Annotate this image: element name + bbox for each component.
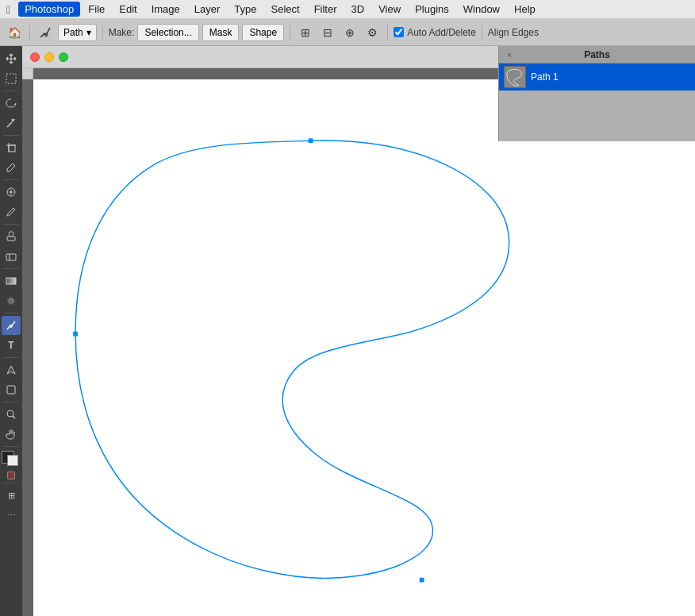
more-tools-btn[interactable]: ⋯	[2, 506, 21, 525]
toolbar-separator-4	[387, 25, 388, 40]
canvas-document[interactable]	[33, 79, 695, 616]
selection-button[interactable]: Selection...	[137, 24, 198, 41]
window-maximize-btn[interactable]	[59, 52, 68, 62]
marquee-tool-btn[interactable]	[2, 69, 21, 88]
heal-tool-btn[interactable]	[2, 183, 21, 202]
anchor-left[interactable]	[73, 332, 78, 337]
menu-window[interactable]: Window	[457, 2, 506, 17]
menu-filter[interactable]: Filter	[308, 2, 344, 17]
path-svg	[33, 79, 695, 616]
align-left-icon[interactable]: ⊟	[318, 23, 337, 42]
svg-point-20	[7, 410, 13, 417]
tool-sep-9	[3, 446, 19, 447]
menu-type[interactable]: Type	[228, 2, 263, 17]
align-edges-label: Align Edges	[488, 27, 539, 38]
shape-button[interactable]: Shape	[242, 24, 284, 41]
menu-help[interactable]: Help	[508, 2, 542, 17]
distribute-icon[interactable]: ⊕	[340, 23, 359, 42]
tool-sep-3	[3, 179, 19, 180]
zoom-tool-btn[interactable]	[2, 405, 21, 424]
svg-rect-19	[7, 386, 15, 394]
svg-rect-13	[6, 254, 16, 260]
menu-photoshop[interactable]: Photoshop	[18, 2, 80, 17]
path-name-0: Path 1	[531, 71, 559, 83]
apple-menu[interactable]: 	[6, 3, 10, 16]
menu-edit[interactable]: Edit	[113, 2, 143, 17]
pen-tool-icon[interactable]	[36, 23, 55, 42]
canvas-area: Untitled-1 @ 100 150 200 250 300 350 400…	[22, 46, 695, 616]
screen-mode-btn[interactable]: ⊞	[2, 486, 21, 505]
tools-panel: T ⊞ ⋯	[0, 46, 22, 616]
window-close-btn[interactable]	[30, 52, 40, 62]
anchor-bottom[interactable]	[420, 578, 424, 583]
main-area: T ⊞ ⋯	[0, 46, 695, 616]
toolbar-separator-1	[29, 25, 30, 40]
toolbar-separator-3	[290, 25, 290, 40]
svg-rect-12	[7, 237, 15, 241]
hand-tool-btn[interactable]	[2, 425, 21, 444]
magic-wand-btn[interactable]	[2, 114, 21, 133]
tool-sep-6	[3, 313, 19, 314]
shape-tool-btn[interactable]	[2, 380, 21, 399]
svg-point-17	[10, 299, 13, 302]
svg-point-18	[10, 325, 13, 328]
svg-line-21	[13, 416, 15, 418]
tool-sep-10	[3, 483, 19, 483]
toolbar: 🏠 Path ▾ Make: Selection... Mask Shape ⊞…	[0, 19, 695, 46]
paths-panel-title: Paths	[584, 49, 610, 60]
menu-select[interactable]: Select	[265, 2, 306, 17]
svg-point-4	[12, 119, 14, 121]
toolbar-separator-2	[102, 25, 103, 40]
transform-icon[interactable]: ⊞	[296, 23, 315, 42]
stamp-tool-btn[interactable]	[2, 227, 21, 246]
svg-rect-7	[9, 145, 15, 152]
path-select-btn[interactable]	[2, 360, 21, 379]
home-icon[interactable]: 🏠	[5, 23, 24, 42]
color-swatches[interactable]	[2, 451, 21, 468]
menu-layer[interactable]: Layer	[188, 2, 227, 17]
gradient-tool-btn[interactable]	[2, 271, 21, 291]
tool-sep-8	[3, 402, 19, 402]
bezier-path	[75, 141, 509, 578]
auto-add-delete-group: Auto Add/Delete	[394, 27, 476, 38]
paths-list: Path 1	[499, 64, 695, 141]
eraser-tool-btn[interactable]	[2, 247, 21, 266]
paths-panel: × Paths Path 1	[498, 46, 695, 141]
menu-plugins[interactable]: Plugins	[409, 2, 455, 17]
menu-3d[interactable]: 3D	[345, 2, 371, 17]
svg-rect-1	[6, 74, 16, 83]
lasso-tool-btn[interactable]	[2, 94, 21, 113]
path-type-dropdown[interactable]: Path ▾	[58, 24, 97, 41]
mode-icons	[6, 471, 16, 480]
panel-close-btn[interactable]: ×	[504, 49, 515, 60]
svg-point-16	[8, 298, 14, 304]
svg-line-3	[7, 122, 12, 127]
quick-mask-btn[interactable]	[6, 471, 16, 480]
make-label: Make:	[109, 27, 135, 38]
auto-add-delete-checkbox[interactable]	[394, 27, 404, 37]
window-minimize-btn[interactable]	[44, 52, 54, 62]
ruler-corner	[22, 68, 33, 79]
menu-view[interactable]: View	[372, 2, 407, 17]
eyedropper-tool-btn[interactable]	[2, 158, 21, 177]
svg-line-8	[13, 164, 15, 166]
type-tool-btn[interactable]: T	[2, 336, 21, 355]
path-item-0[interactable]: Path 1	[499, 64, 695, 90]
crop-tool-btn[interactable]	[2, 138, 21, 157]
mask-button[interactable]: Mask	[202, 24, 240, 41]
paths-panel-header: × Paths	[499, 46, 695, 64]
menubar:  Photoshop File Edit Image Layer Type S…	[0, 0, 695, 19]
blur-tool-btn[interactable]	[2, 291, 21, 310]
brush-tool-btn[interactable]	[2, 202, 21, 221]
tool-sep-2	[3, 135, 19, 136]
pen-tool-btn[interactable]	[2, 316, 21, 335]
menu-image[interactable]: Image	[145, 2, 186, 17]
tool-sep-1	[3, 90, 19, 91]
menu-file[interactable]: File	[82, 2, 111, 17]
svg-rect-15	[6, 278, 16, 284]
settings-icon[interactable]: ⚙	[363, 23, 382, 42]
tool-sep-4	[3, 224, 19, 225]
move-tool-btn[interactable]	[2, 49, 21, 68]
toolbar-separator-5	[482, 25, 482, 40]
anchor-top[interactable]	[309, 138, 313, 143]
